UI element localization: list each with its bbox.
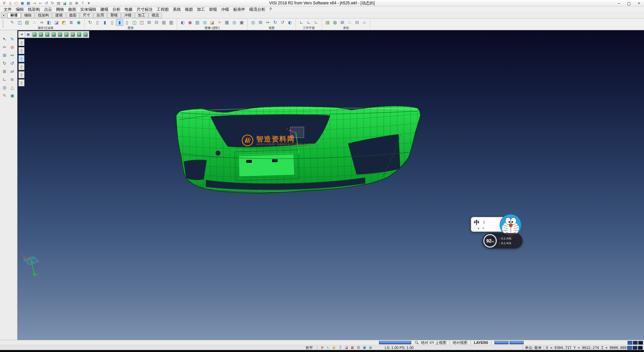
grid-icon[interactable]: ⊞: [74, 1, 79, 6]
tab-7[interactable]: 塑模: [107, 13, 121, 18]
background-icon[interactable]: ▦: [223, 19, 230, 26]
grid-toggle-icon[interactable]: ⊞: [356, 346, 361, 350]
quick-filter-icon[interactable]: ◉: [75, 19, 82, 26]
save-file-icon[interactable]: ▣: [19, 1, 25, 6]
view-page-4-icon[interactable]: ▯: [18, 63, 24, 70]
menu-item-2[interactable]: 线架构: [26, 6, 42, 13]
view-iso-icon[interactable]: [32, 32, 38, 37]
filter-all-icon[interactable]: ▤: [23, 19, 31, 26]
save-all-icon[interactable]: ▦: [25, 1, 31, 6]
absolute-view-label[interactable]: 绝对视图: [452, 340, 469, 345]
menu-item-14[interactable]: 加工: [195, 6, 207, 13]
filter-curves-icon[interactable]: ≈: [38, 19, 45, 26]
tab-6[interactable]: 应用: [94, 13, 107, 18]
snap-grid-icon[interactable]: ⊞: [1, 52, 8, 59]
dynamic-section-icon[interactable]: ◪: [209, 19, 216, 26]
menu-item-17[interactable]: 标准件: [231, 6, 247, 13]
zoom-window-icon[interactable]: ⊞: [257, 19, 264, 26]
windows-taskbar-strip[interactable]: [0, 350, 644, 352]
menu-item-9[interactable]: 电极: [122, 6, 135, 13]
menu-item-8[interactable]: 分析: [110, 6, 122, 13]
redraw-icon[interactable]: ↻: [87, 19, 94, 26]
window-preview-icon[interactable]: ▯: [123, 19, 130, 26]
filter-surfaces-icon[interactable]: ◧: [46, 19, 53, 26]
app-logo-icon[interactable]: V: [1, 1, 7, 6]
layer-filter-icon[interactable]: ≣: [68, 19, 75, 26]
viewbar-menu-icon[interactable]: ≡: [19, 32, 25, 37]
tile-views-icon[interactable]: ◫: [131, 19, 138, 26]
view-page-6-icon[interactable]: ▯: [18, 79, 24, 86]
point-display-icon[interactable]: ∴: [346, 19, 353, 26]
close-button[interactable]: ×: [634, 0, 644, 6]
layer-manager-icon[interactable]: ≣: [1, 68, 8, 75]
help-icon[interactable]: ?: [80, 1, 86, 6]
tab-overflow-button[interactable]: ▾: [1, 13, 6, 18]
dynamic-rotate-icon[interactable]: ↻: [1, 60, 8, 67]
inspect-icon[interactable]: ◉: [9, 92, 16, 99]
tab-10[interactable]: 模流: [149, 13, 162, 18]
window-current-icon[interactable]: ▮: [116, 19, 123, 26]
menu-item-13[interactable]: 视图: [183, 6, 195, 13]
menu-item-19[interactable]: ?: [267, 7, 274, 12]
ime-moon-icon[interactable]: ☾: [483, 220, 487, 225]
snapshot-icon[interactable]: ▣: [238, 19, 245, 26]
attribute-copy-icon[interactable]: ◫: [16, 19, 23, 26]
view-page-5-icon[interactable]: ▯: [18, 71, 24, 78]
texture-icon[interactable]: ▨: [194, 19, 201, 26]
ime-mode-indicator[interactable]: 中: [474, 219, 480, 226]
left-fog-recess[interactable]: [184, 160, 207, 180]
menu-item-4[interactable]: 网格: [54, 6, 66, 13]
menu-item-6[interactable]: 实体编辑: [78, 6, 98, 13]
view-top-icon[interactable]: [63, 32, 69, 37]
world-settings-icon[interactable]: ◍: [331, 19, 338, 26]
view-page-2-icon[interactable]: ▯: [18, 47, 24, 54]
tab-1[interactable]: 编辑: [21, 13, 35, 18]
tab-9[interactable]: 加工: [135, 13, 148, 18]
erase-icon[interactable]: ⊘: [9, 44, 16, 51]
wcs-icon[interactable]: ∟: [1, 76, 8, 83]
view-front-icon[interactable]: [38, 32, 44, 37]
workplane-entity-icon[interactable]: ∟: [305, 19, 312, 26]
snap-lock-toggle[interactable]: 拴牢: [304, 345, 315, 350]
measure-icon[interactable]: ◎: [68, 1, 73, 6]
scale-icon[interactable]: △: [9, 84, 16, 91]
rotate-icon[interactable]: ↺: [9, 60, 16, 67]
plate-slot-left[interactable]: [246, 160, 252, 163]
solid-toggle-icon[interactable]: ◪: [343, 346, 349, 350]
window-shaded-icon[interactable]: ▮: [101, 19, 108, 26]
menu-item-12[interactable]: 系统: [171, 6, 183, 13]
view-page-3-icon[interactable]: ▯: [18, 55, 24, 62]
sensor-hole[interactable]: [216, 151, 220, 156]
box-toggle-icon[interactable]: ▣: [362, 346, 367, 350]
import-icon[interactable]: →: [32, 1, 37, 6]
qat-more-icon[interactable]: ▾: [86, 1, 92, 6]
attributes-icon[interactable]: ✎: [9, 19, 16, 26]
view-dynamic-icon[interactable]: [83, 32, 89, 37]
tab-0[interactable]: 标准: [7, 13, 21, 18]
search-icon[interactable]: [415, 341, 419, 345]
mirror-icon[interactable]: ⇄: [9, 68, 16, 75]
pan-view-icon[interactable]: ↔: [264, 19, 271, 26]
ortho-toggle-icon[interactable]: ∟: [325, 346, 331, 350]
palette-toggle-icon[interactable]: ▦: [350, 346, 355, 350]
open-file-icon[interactable]: ◰: [13, 1, 19, 6]
menu-item-16[interactable]: 冲模: [219, 6, 231, 13]
zoom-all-icon[interactable]: ◎: [250, 19, 257, 26]
world-toggle-icon[interactable]: ◍: [368, 346, 373, 350]
menu-item-15[interactable]: 塑模: [207, 6, 219, 13]
undo-icon[interactable]: ↺: [44, 1, 49, 6]
rotate-view-icon[interactable]: ↻: [272, 19, 279, 26]
active-view-label[interactable]: 绝对 XY 上视图: [420, 340, 447, 345]
filter-solids-icon[interactable]: ◪: [53, 19, 60, 26]
menu-item-0[interactable]: 文件: [2, 6, 14, 13]
window-wireframe-icon[interactable]: ▯: [94, 19, 101, 26]
print-icon[interactable]: ▤: [56, 1, 61, 6]
menu-item-7[interactable]: 建模: [98, 6, 110, 13]
previous-view-icon[interactable]: ↺: [279, 19, 286, 26]
render-toggle-icon[interactable]: ◐: [331, 346, 337, 350]
tab-8[interactable]: 冲模: [121, 13, 135, 18]
license-plate-recess[interactable]: [238, 154, 294, 177]
menu-item-1[interactable]: 编辑: [14, 6, 26, 13]
workplane-slab-icon[interactable]: ▱: [361, 19, 368, 26]
shading-mode-icon[interactable]: ◐: [179, 19, 186, 26]
